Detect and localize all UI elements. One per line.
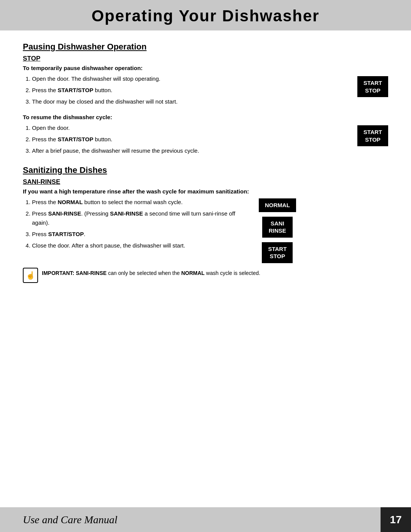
pause-instructions-block: To temporarily pause dishwasher operatio… — [23, 65, 388, 109]
sanitizing-section: Sanitizing the Dishes SANI-RINSE If you … — [23, 165, 388, 283]
sani-rinse-button: SANI RINSE — [262, 217, 293, 238]
resume-step-3: After a brief pause, the dishwasher will… — [32, 146, 244, 155]
sanitizing-buttons-col: NORMAL SANI RINSE START STOP — [251, 198, 296, 263]
pause-steps-list: To temporarily pause dishwasher operatio… — [23, 65, 244, 109]
sani-step-2: Press SANI-RINSE. (Pressing SANI-RINSE a… — [32, 209, 244, 227]
sanitizing-title: Sanitizing the Dishes — [23, 165, 388, 175]
footer-page-number: 17 — [381, 507, 411, 532]
important-text: IMPORTANT: SANI-RINSE can only be select… — [42, 268, 388, 277]
important-note: ☝ IMPORTANT: SANI-RINSE can only be sele… — [23, 268, 388, 283]
pausing-title: Pausing Dishwasher Operation — [23, 42, 388, 52]
resume-heading: To resume the dishwasher cycle: — [23, 114, 244, 120]
sani-rinse-label: SANI-RINSE — [76, 270, 107, 276]
sani-rinse-subtitle: SANI-RINSE — [23, 178, 388, 186]
sani-step-1: Press the NORMAL button to select the no… — [32, 198, 244, 207]
start-stop-button-3: START STOP — [262, 242, 293, 263]
important-icon: ☝ — [23, 268, 38, 283]
resume-ordered-list: Open the door. Press the START/STOP butt… — [32, 123, 244, 155]
sanitizing-ordered-list: Press the NORMAL button to select the no… — [32, 198, 244, 250]
page-header: Operating Your Dishwasher — [0, 0, 411, 30]
sani-step-4: Close the door. After a short pause, the… — [32, 241, 244, 250]
sanitizing-steps-list: Press the NORMAL button to select the no… — [23, 198, 244, 252]
resume-step-1: Open the door. — [32, 123, 244, 133]
content-area: Pausing Dishwasher Operation STOP To tem… — [0, 30, 411, 507]
start-stop-button-2: START STOP — [357, 125, 388, 146]
pause-heading: To temporarily pause dishwasher operatio… — [23, 65, 244, 71]
sanitizing-steps-block: Press the NORMAL button to select the no… — [23, 198, 388, 263]
start-stop-button-1: START STOP — [357, 76, 388, 97]
pausing-section: Pausing Dishwasher Operation STOP To tem… — [23, 42, 388, 158]
resume-steps-list: To resume the dishwasher cycle: Open the… — [23, 114, 244, 158]
resume-step-2: Press the START/STOP button. — [32, 135, 244, 144]
stop-subtitle: STOP — [23, 55, 388, 62]
pause-ordered-list: Open the door. The dishwasher will stop … — [32, 74, 244, 106]
page-footer: Use and Care Manual 17 — [0, 507, 411, 532]
page-title: Operating Your Dishwasher — [0, 7, 411, 25]
pause-step-2: Press the START/STOP button. — [32, 86, 244, 95]
important-label: IMPORTANT: — [42, 270, 76, 276]
sani-step-3: Press START/STOP. — [32, 230, 244, 239]
sanitizing-main-heading: If you want a high temperature rinse aft… — [23, 188, 388, 195]
normal-button: NORMAL — [259, 198, 296, 212]
pause-step-1: Open the door. The dishwasher will stop … — [32, 74, 244, 83]
normal-label: NORMAL — [181, 270, 204, 276]
footer-manual-label: Use and Care Manual — [0, 507, 381, 532]
resume-instructions-block: To resume the dishwasher cycle: Open the… — [23, 114, 388, 158]
pause-step-3: The door may be closed and the dishwashe… — [32, 97, 244, 106]
